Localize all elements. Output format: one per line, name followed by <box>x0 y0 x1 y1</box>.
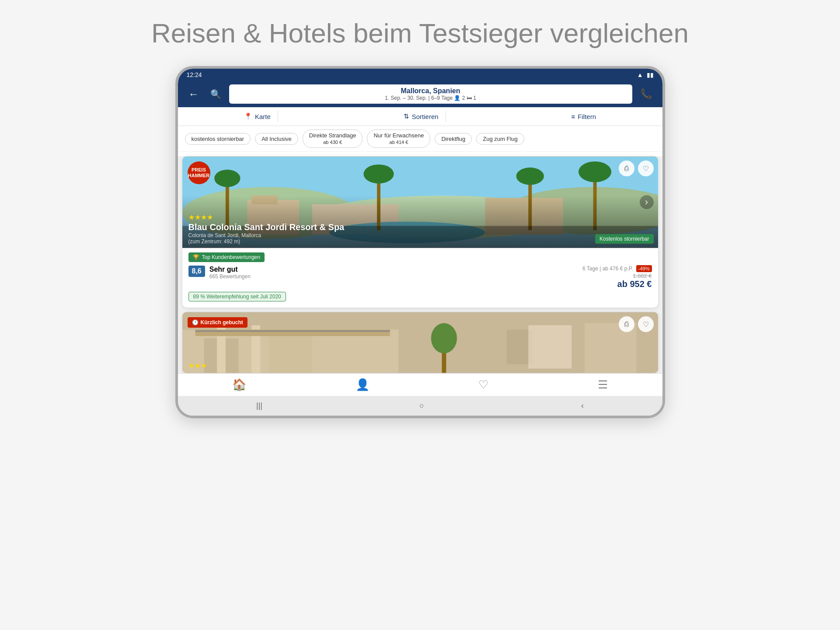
bottom-nav: 🏠 👤 ♡ ☰ <box>178 373 662 396</box>
back-button[interactable]: ← <box>185 86 202 102</box>
hotel-image-label-1: ★★★★ Blau Colonia Sant Jordi Resort & Sp… <box>182 196 658 248</box>
svg-point-10 <box>214 170 240 187</box>
hotel-list: PREISHAMMER ⎙ ♡ › ★★★★ Blau Colonia Sant… <box>178 156 662 373</box>
quick-filters: kostenlos stornierbar All Inclusive Dire… <box>178 126 662 152</box>
new-price-1: ab 952 € <box>582 279 652 289</box>
top-award-label: Top Kundenbewertungen <box>202 254 260 260</box>
android-nav: ||| ○ ‹ <box>178 396 662 416</box>
status-time: 12:24 <box>187 71 202 78</box>
top-award-badge: 🏆 Top Kundenbewertungen <box>188 252 265 262</box>
svg-rect-25 <box>195 330 390 332</box>
hotel-card-body-1: 🏆 Top Kundenbewertungen 8,6 Sehr gut 665… <box>182 248 658 308</box>
discount-badge-1: -49% <box>636 265 652 272</box>
map-icon: 📍 <box>244 112 252 120</box>
destination-subtitle: 1. Sep. – 30. Sep. | 6–9 Tage 👤 2 🛏 1 <box>234 95 627 101</box>
recommendation-badge-1: 89 % Weiterempfehlung seit Juli 2020 <box>188 292 286 301</box>
share-button-1[interactable]: ⎙ <box>619 161 634 176</box>
hotel-stars-1: ★★★★ <box>188 213 652 221</box>
quick-filter-stornierbar[interactable]: kostenlos stornierbar <box>185 133 251 145</box>
nav-bar: ← 🔍 Mallorca, Spanien 1. Sep. – 30. Sep.… <box>178 81 662 107</box>
quick-filter-zug[interactable]: Zug zum Flug <box>476 133 524 145</box>
rating-left-1: 8,6 Sehr gut 665 Bewertungen <box>188 266 251 280</box>
sort-icon: ⇅ <box>404 112 409 120</box>
favorite-button-1[interactable]: ♡ <box>638 161 654 176</box>
hotel-card-2[interactable]: 🕐 Kürzlich gebucht ⎙ ♡ ★★★ <box>182 312 658 373</box>
search-icon[interactable]: 🔍 <box>207 87 225 101</box>
kurzlich-label: Kürzlich gebucht <box>201 319 243 326</box>
android-recent-button[interactable]: ||| <box>256 401 262 410</box>
clock-icon: 🕐 <box>192 319 199 326</box>
quick-filter-erwachsene[interactable]: Nur für Erwachseneab 414 € <box>367 130 430 148</box>
sort-label: Sortieren <box>412 113 439 120</box>
battery-icon: ▮▮ <box>647 71 654 78</box>
kurzlich-badge-2: 🕐 Kürzlich gebucht <box>188 317 247 328</box>
destination-title: Mallorca, Spanien <box>234 87 627 95</box>
map-filter[interactable]: 📍 Karte <box>237 111 278 122</box>
hotel-image-1: PREISHAMMER ⎙ ♡ › ★★★★ Blau Colonia Sant… <box>182 156 658 248</box>
phone-icon[interactable]: 📞 <box>637 87 655 102</box>
hotel-photo-2 <box>182 312 658 373</box>
rating-score-1: 8,6 <box>188 266 205 277</box>
svg-point-12 <box>363 164 394 184</box>
quick-filter-direktflug[interactable]: Direktflug <box>435 133 472 145</box>
hotel-actions-1: ⎙ ♡ <box>619 161 654 176</box>
bottom-nav-account[interactable]: 👤 <box>356 378 369 392</box>
map-label: Karte <box>255 113 271 120</box>
wifi-icon: ▲ <box>637 71 643 78</box>
bottom-nav-menu[interactable]: ☰ <box>598 378 608 392</box>
stornierbar-badge-1: Kostenlos stornierbar <box>595 234 653 244</box>
android-home-button[interactable]: ○ <box>419 401 424 410</box>
menu-icon: ☰ <box>598 378 608 392</box>
favorite-button-2[interactable]: ♡ <box>638 316 654 332</box>
preis-hammer-badge: PREISHAMMER <box>188 161 210 184</box>
bottom-nav-home[interactable]: 🏠 <box>232 378 246 392</box>
hotel-stars-2: ★★★ <box>188 361 207 370</box>
rating-count-1: 665 Bewertungen <box>209 273 251 280</box>
filter-button[interactable]: ≡ Filtern <box>565 111 603 122</box>
home-icon: 🏠 <box>232 378 246 392</box>
rating-label-1: Sehr gut <box>209 266 238 273</box>
tablet-frame: 12:24 ▲ ▮▮ ← 🔍 Mallorca, Spanien 1. Sep.… <box>175 66 665 418</box>
hotel-actions-2: ⎙ ♡ <box>619 316 654 332</box>
svg-rect-30 <box>528 325 572 368</box>
svg-point-16 <box>579 161 611 182</box>
status-icons: ▲ ▮▮ <box>637 71 654 78</box>
svg-point-14 <box>516 168 544 185</box>
sort-filter[interactable]: ⇅ Sortieren <box>397 111 446 122</box>
old-price-1: 1.882 € <box>582 273 652 279</box>
quick-filter-all-inclusive[interactable]: All Inclusive <box>255 133 298 145</box>
filter-label: Filtern <box>578 113 596 120</box>
rating-right-1: 6 Tage | ab 476 € p.P. -49% 1.882 € ab 9… <box>582 266 652 289</box>
android-back-button[interactable]: ‹ <box>581 401 584 410</box>
hotel-card-1[interactable]: PREISHAMMER ⎙ ♡ › ★★★★ Blau Colonia Sant… <box>182 156 658 308</box>
rating-row-1: 8,6 Sehr gut 665 Bewertungen 6 Tage | ab… <box>188 266 652 289</box>
trophy-icon: 🏆 <box>193 254 199 260</box>
filter-bar: 📍 Karte ⇅ Sortieren ≡ Filtern <box>178 107 662 126</box>
share-button-2[interactable]: ⎙ <box>619 316 634 332</box>
filter-icon: ≡ <box>572 113 575 120</box>
bottom-nav-favorites[interactable]: ♡ <box>478 378 488 392</box>
hotel-image-2: 🕐 Kürzlich gebucht ⎙ ♡ ★★★ <box>182 312 658 373</box>
status-bar: 12:24 ▲ ▮▮ <box>178 69 662 81</box>
svg-rect-21 <box>268 336 312 373</box>
svg-point-27 <box>431 323 457 353</box>
heart-icon: ♡ <box>478 378 488 392</box>
hotel-name-1: Blau Colonia Sant Jordi Resort & Spa <box>188 222 652 232</box>
page-headline: Reisen & Hotels beim Testsieger vergleic… <box>151 18 689 49</box>
account-icon: 👤 <box>356 378 369 392</box>
hotel-location-sub-1: (zum Zentrum: 492 m) <box>188 238 652 245</box>
rating-text-1: Sehr gut 665 Bewertungen <box>209 266 251 280</box>
hotel-location-1: Colonia de Sant Jordi, Mallorca <box>188 232 652 238</box>
destination-selector[interactable]: Mallorca, Spanien 1. Sep. – 30. Sep. | 6… <box>229 84 632 104</box>
price-days-1: 6 Tage | ab 476 € p.P. -49% <box>582 266 652 272</box>
quick-filter-strandlage[interactable]: Direkte Strandlageab 430 € <box>303 130 363 148</box>
